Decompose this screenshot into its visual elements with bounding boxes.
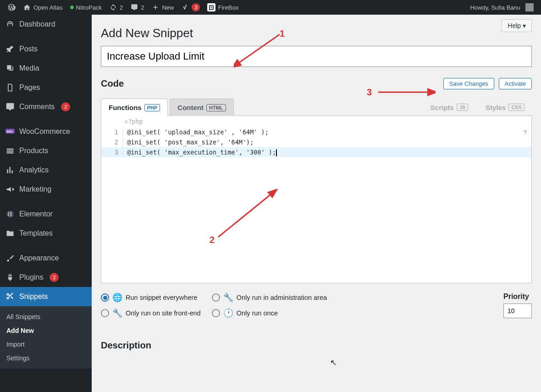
html-badge: HTML (206, 104, 226, 111)
clock-icon: 🕐 (224, 308, 233, 318)
sidebar-item-snippets[interactable]: Snippets (0, 287, 92, 306)
sidebar-item-plugins[interactable]: Plugins2 (0, 268, 92, 287)
description-heading: Description (101, 340, 532, 351)
radio-icon (212, 293, 220, 302)
wrench-icon: 🔧 (224, 293, 233, 303)
run-frontend-option[interactable]: 🔧Only run on site front-end (101, 308, 201, 318)
sidebar-item-pages[interactable]: Pages (0, 78, 92, 97)
comment-icon (130, 3, 138, 11)
code-body[interactable]: 1@ini_set( 'upload_max_size' , '64M' ); … (101, 127, 531, 283)
chevron-down-icon: ▾ (523, 22, 526, 29)
svg-rect-5 (10, 214, 12, 215)
php-badge: PHP (144, 104, 160, 111)
adminbar-nitropack[interactable]: NitroPack (66, 0, 105, 15)
radio-icon (101, 309, 109, 317)
plug-icon (6, 273, 15, 282)
sidebar-item-products[interactable]: Products (0, 141, 92, 160)
radio-icon (101, 293, 109, 302)
svg-rect-4 (10, 212, 12, 213)
plus-icon (151, 3, 160, 11)
code-line-3: @ini_set( 'max_execution_time', '300' ); (123, 147, 277, 157)
run-once-option[interactable]: 🕐Only run once (212, 308, 327, 318)
submenu-settings[interactable]: Settings (0, 351, 92, 365)
brush-icon (6, 254, 15, 263)
snippets-submenu: All Snippets Add New Import Settings (0, 306, 92, 369)
tab-scripts: ScriptsJS (423, 99, 475, 116)
annotation-3: 3 (367, 87, 372, 98)
home-icon (23, 3, 31, 11)
adminbar-yoast[interactable]: 3 (177, 0, 204, 15)
adminbar-new[interactable]: New (148, 0, 177, 15)
snippet-title-input[interactable] (101, 46, 532, 67)
code-heading: Code (101, 78, 124, 89)
sidebar-item-media[interactable]: Media (0, 59, 92, 78)
priority-input[interactable] (503, 304, 532, 318)
dashboard-icon (6, 20, 15, 29)
admin-sidebar: Dashboard Posts Media Pages Comments2 wo… (0, 15, 92, 392)
line-number: 3 (101, 147, 123, 157)
sidebar-item-templates[interactable]: Templates (0, 224, 92, 243)
wp-logo[interactable] (4, 0, 19, 15)
products-icon (6, 146, 15, 155)
admin-bar: Open Atlas NitroPack 2 2 New 3 ⊡FireBox … (0, 0, 541, 15)
run-everywhere-option[interactable]: 🌐Run snippet everywhere (101, 293, 201, 303)
code-tabs: FunctionsPHP ContentHTML ScriptsJS Style… (101, 99, 532, 116)
page-title: Add New Snippet (101, 19, 532, 46)
run-options: 🌐Run snippet everywhere 🔧Only run in adm… (101, 293, 532, 318)
media-icon (6, 64, 15, 73)
code-line-1: @ini_set( 'upload_max_size' , '64M' ); (123, 127, 269, 137)
sidebar-item-posts[interactable]: Posts (0, 39, 92, 59)
plugins-count-badge: 2 (50, 273, 59, 282)
adminbar-user[interactable]: Howdy, Sufia Banu (466, 0, 537, 15)
annotation-2: 2 (210, 235, 215, 245)
user-avatar-icon (525, 3, 534, 11)
sidebar-item-comments[interactable]: Comments2 (0, 97, 92, 116)
sidebar-item-dashboard[interactable]: Dashboard (0, 15, 92, 34)
code-line-2: @ini_set( 'post_max_size', '64M'); (123, 137, 254, 147)
help-button[interactable]: Help ▾ (502, 19, 532, 32)
adminbar-site-home[interactable]: Open Atlas (19, 0, 66, 15)
firebox-icon: ⊡ (207, 3, 215, 11)
activate-button[interactable]: Activate (499, 78, 532, 89)
yoast-icon (181, 3, 189, 11)
status-dot-icon (70, 6, 74, 9)
wordpress-icon (7, 3, 16, 11)
tab-content[interactable]: ContentHTML (170, 99, 233, 116)
main-content: Help ▾ Add New Snippet Code Save Changes… (92, 15, 541, 392)
sidebar-item-woocommerce[interactable]: wooWooCommerce (0, 122, 92, 141)
line-number: 1 (101, 127, 123, 137)
sidebar-item-appearance[interactable]: Appearance (0, 248, 92, 268)
yoast-badge: 3 (192, 3, 200, 11)
adminbar-comments[interactable]: 2 (127, 0, 148, 15)
tab-styles: StylesCSS (478, 99, 532, 116)
tab-functions[interactable]: FunctionsPHP (101, 99, 168, 116)
code-editor[interactable]: <?php ? 1@ini_set( 'upload_max_size' , '… (101, 116, 532, 283)
submenu-all-snippets[interactable]: All Snippets (0, 310, 92, 324)
mouse-cursor-icon: ↖ (330, 358, 337, 368)
editor-help-icon[interactable]: ? (524, 129, 527, 136)
run-admin-option[interactable]: 🔧Only run in administration area (212, 293, 327, 303)
save-changes-button[interactable]: Save Changes (443, 78, 494, 89)
adminbar-firebox[interactable]: ⊡FireBox (204, 0, 242, 15)
php-open-tag: <?php (101, 116, 531, 127)
sidebar-item-marketing[interactable]: Marketing (0, 180, 92, 199)
svg-rect-3 (8, 212, 9, 216)
priority-section: Priority (503, 293, 532, 318)
comment-icon (6, 102, 15, 111)
adminbar-updates[interactable]: 2 (105, 0, 127, 15)
svg-text:woo: woo (6, 130, 13, 133)
js-badge: JS (457, 104, 468, 111)
pushpin-icon (6, 44, 15, 54)
scissors-icon (6, 292, 15, 301)
page-icon (6, 83, 15, 92)
elementor-icon (6, 210, 15, 219)
line-number: 2 (101, 137, 123, 147)
submenu-add-new[interactable]: Add New (0, 324, 92, 337)
wrench-icon: 🔧 (113, 308, 122, 318)
sidebar-item-analytics[interactable]: Analytics (0, 160, 92, 180)
submenu-import[interactable]: Import (0, 337, 92, 351)
analytics-icon (6, 166, 15, 175)
sidebar-item-elementor[interactable]: Elementor (0, 204, 92, 224)
comments-count-badge: 2 (61, 102, 70, 111)
site-name: Open Atlas (33, 4, 63, 11)
